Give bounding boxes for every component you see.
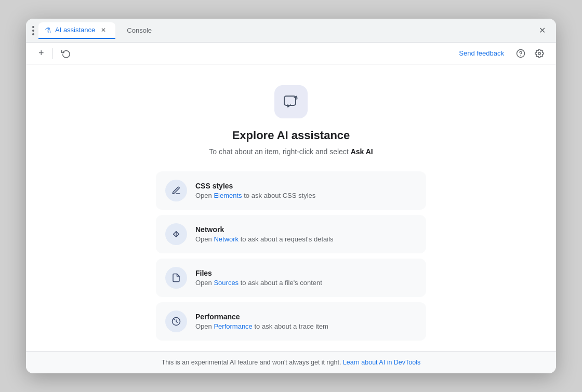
performance-title: Performance — [195, 313, 328, 321]
files-text: Files Open Sources to ask about a file's… — [195, 269, 322, 287]
files-title: Files — [195, 269, 322, 277]
subtitle-text: To chat about an item, right-click and s… — [209, 147, 348, 156]
footer: This is an experimental AI feature and w… — [26, 351, 556, 373]
history-icon — [61, 49, 71, 58]
network-icon-circle — [165, 223, 187, 245]
ai-chat-icon — [283, 93, 299, 110]
main-content: Explore AI assistance To chat about an i… — [26, 64, 556, 351]
network-desc: Open Network to ask about a request's de… — [195, 235, 334, 243]
help-icon — [516, 49, 525, 58]
feature-card-files: Files Open Sources to ask about a file's… — [156, 259, 426, 297]
network-link[interactable]: Network — [214, 235, 239, 243]
three-dots-menu[interactable] — [32, 26, 34, 35]
performance-text: Performance Open Performance to ask abou… — [195, 313, 328, 330]
tab-console[interactable]: Console — [120, 23, 159, 37]
svg-point-4 — [296, 97, 297, 98]
tab-ai-assistance[interactable]: ⚗ AI assistance ✕ — [38, 22, 115, 39]
feature-card-css-styles: CSS styles Open Elements to ask about CS… — [156, 171, 426, 210]
toolbar-separator — [52, 48, 53, 59]
send-feedback-link[interactable]: Send feedback — [459, 49, 504, 57]
network-desc-after: to ask about a request's details — [239, 235, 333, 243]
files-desc: Open Sources to ask about a file's conte… — [195, 279, 322, 287]
files-icon-circle — [165, 267, 187, 289]
files-icon — [171, 273, 181, 282]
css-styles-desc-after: to ask about CSS styles — [242, 192, 316, 199]
settings-icon — [535, 49, 544, 58]
help-button[interactable] — [512, 46, 529, 61]
history-button[interactable] — [57, 46, 75, 61]
window-close-button[interactable]: ✕ — [535, 23, 550, 37]
ai-assistance-tab-close[interactable]: ✕ — [99, 25, 108, 35]
css-styles-title: CSS styles — [195, 182, 315, 190]
page-title: Explore AI assistance — [232, 129, 350, 142]
performance-desc: Open Performance to ask about a trace it… — [195, 322, 328, 330]
toolbar: + Send feedback — [26, 43, 556, 64]
feature-card-performance: Performance Open Performance to ask abou… — [156, 302, 426, 341]
performance-link[interactable]: Performance — [214, 322, 252, 330]
network-title: Network — [195, 225, 334, 234]
explore-subtitle: To chat about an item, right-click and s… — [209, 147, 373, 156]
files-desc-before: Open — [195, 279, 214, 287]
ai-icon-wrapper — [274, 85, 308, 118]
svg-point-2 — [538, 52, 541, 55]
css-styles-desc-before: Open — [195, 192, 214, 199]
performance-icon — [171, 317, 181, 326]
network-text: Network Open Network to ask about a requ… — [195, 225, 334, 243]
title-bar: ⚗ AI assistance ✕ Console ✕ — [26, 19, 556, 43]
ai-assistance-tab-icon: ⚗ — [45, 26, 51, 34]
settings-button[interactable] — [531, 46, 548, 61]
feature-card-network: Network Open Network to ask about a requ… — [156, 215, 426, 253]
footer-text: This is an experimental AI feature and w… — [162, 359, 341, 366]
svg-line-7 — [174, 319, 175, 320]
css-styles-icon-circle — [165, 180, 187, 201]
devtools-window: ⚗ AI assistance ✕ Console ✕ + Send feedb… — [26, 19, 556, 373]
performance-desc-before: Open — [195, 322, 214, 330]
network-icon — [171, 229, 181, 239]
console-tab-label: Console — [127, 26, 152, 34]
css-styles-link[interactable]: Elements — [214, 192, 242, 199]
files-link[interactable]: Sources — [214, 279, 239, 287]
performance-desc-after: to ask about a trace item — [253, 322, 328, 330]
css-styles-icon — [171, 186, 181, 195]
footer-learn-link[interactable]: Learn about AI in DevTools — [343, 359, 420, 366]
files-desc-after: to ask about a file's content — [239, 279, 322, 287]
ai-assistance-tab-label: AI assistance — [55, 26, 95, 34]
subtitle-bold: Ask AI — [351, 147, 373, 156]
feature-list: CSS styles Open Elements to ask about CS… — [156, 171, 426, 341]
performance-icon-circle — [165, 310, 187, 332]
css-styles-text: CSS styles Open Elements to ask about CS… — [195, 182, 315, 199]
css-styles-desc: Open Elements to ask about CSS styles — [195, 192, 315, 199]
network-desc-before: Open — [195, 235, 214, 243]
new-tab-button[interactable]: + — [34, 45, 48, 61]
